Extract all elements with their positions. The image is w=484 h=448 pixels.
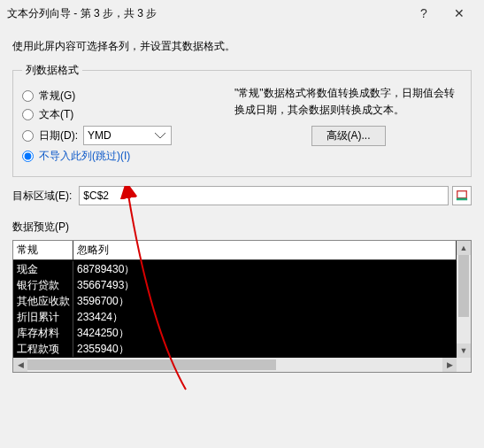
column-format-group: 列数据格式 常规(G) 文本(T) 日期(D): YMD xyxy=(12,63,472,177)
radio-text[interactable] xyxy=(22,109,34,120)
preview-label: 数据预览(P) xyxy=(12,220,472,235)
range-selector-button[interactable] xyxy=(452,186,472,205)
svg-rect-1 xyxy=(457,198,467,201)
scroll-down-icon[interactable]: ▼ xyxy=(457,344,471,358)
table-row: 折旧累计233424） xyxy=(13,309,457,325)
advanced-button[interactable]: 高级(A)... xyxy=(311,126,386,146)
table-row: 银行贷款35667493） xyxy=(13,277,457,293)
vertical-scrollbar[interactable]: ▲ ▼ xyxy=(457,241,471,358)
preview-header: 常规 忽略列 xyxy=(13,241,457,260)
column-format-legend: 列数据格式 xyxy=(22,63,82,78)
radio-general-label[interactable]: 常规(G) xyxy=(39,89,75,104)
format-description: "常规"数据格式将数值转换成数字，日期值会转换成日期，其余数据则转换成文本。 xyxy=(234,85,462,119)
close-button[interactable]: ✕ xyxy=(442,2,477,25)
table-row: 工程款项2355940） xyxy=(13,341,457,357)
scroll-up-icon[interactable]: ▲ xyxy=(457,241,471,255)
radio-text-label[interactable]: 文本(T) xyxy=(39,107,73,122)
window-title: 文本分列向导 - 第 3 步，共 3 步 xyxy=(7,6,406,21)
target-label: 目标区域(E): xyxy=(12,189,72,204)
help-button[interactable]: ? xyxy=(406,2,442,25)
table-row: 库存材料3424250） xyxy=(13,325,457,341)
preview-header-col1[interactable]: 常规 xyxy=(13,241,73,259)
radio-general[interactable] xyxy=(22,90,34,102)
radio-skip[interactable] xyxy=(22,151,34,162)
table-row: 其他应收款3596700） xyxy=(13,293,457,309)
instruction-text: 使用此屏内容可选择各列，并设置其数据格式。 xyxy=(12,39,472,54)
horizontal-scrollbar[interactable]: ◀ ▶ xyxy=(13,358,457,372)
radio-skip-label[interactable]: 不导入此列(跳过)(I) xyxy=(39,149,130,164)
radio-date[interactable] xyxy=(22,130,34,142)
date-format-select[interactable]: YMD xyxy=(83,126,172,145)
scroll-right-icon[interactable]: ▶ xyxy=(442,358,457,372)
preview-box: 常规 忽略列 现金68789430） 银行贷款35667493） 其他应收款35… xyxy=(12,240,472,373)
table-row: 现金68789430） xyxy=(13,261,457,277)
target-input[interactable] xyxy=(79,186,449,205)
scroll-left-icon[interactable]: ◀ xyxy=(13,358,27,372)
preview-data-grid: 现金68789430） 银行贷款35667493） 其他应收款3596700） … xyxy=(13,260,457,358)
preview-header-col2[interactable]: 忽略列 xyxy=(73,241,457,259)
radio-date-label[interactable]: 日期(D): xyxy=(39,128,78,143)
scroll-corner xyxy=(457,358,471,372)
svg-rect-0 xyxy=(457,191,467,198)
titlebar: 文本分列向导 - 第 3 步，共 3 步 ? ✕ xyxy=(0,0,484,27)
